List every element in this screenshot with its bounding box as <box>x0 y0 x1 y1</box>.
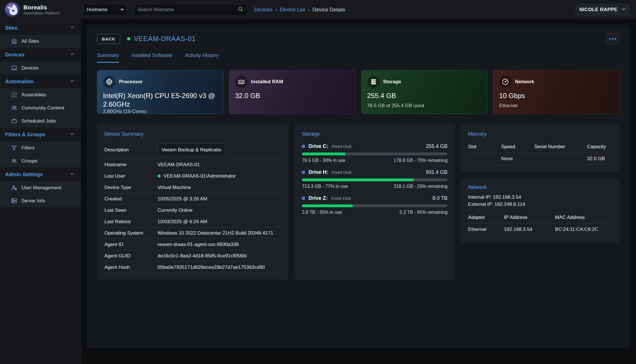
drive-remaining: 5.2 TB - 65% remaining <box>400 210 448 215</box>
table-row: Hostname VEEAM-DRAAS-01 <box>104 159 281 170</box>
back-button[interactable]: BACK <box>97 34 120 44</box>
sidebar-item-scheduled-jobs[interactable]: Scheduled Jobs <box>0 115 81 128</box>
ip-addresses: Internal IP: 192.168.3.54 External IP: 1… <box>468 194 612 208</box>
table-row: None 32.0 GB <box>468 153 612 165</box>
card-value: 32.0 GB <box>235 91 350 100</box>
drive-row: Drive H: Fixed Disk 931.4 GB 713.3 GB - … <box>302 169 447 189</box>
disk-icon <box>302 171 305 174</box>
device-summary-panel: Device Summary Description Hostname VEEA… <box>97 124 289 280</box>
tab-summary[interactable]: Summary <box>97 52 119 63</box>
memory-panel: Memory Slot Speed Serial Number Capacity… <box>461 124 619 172</box>
chevron-down-icon <box>621 7 626 13</box>
cell <box>468 156 501 162</box>
network-card: Network 10 Gbps Ethernet <box>493 70 619 114</box>
cell: Ethernet <box>468 227 504 232</box>
drive-size: 931.4 GB <box>426 169 447 175</box>
search-input[interactable] <box>138 7 237 12</box>
sites-icon <box>11 38 17 44</box>
panel-title: Device Summary <box>104 131 281 137</box>
card-subtext: 2.60GHz (16-Cores) <box>103 109 217 114</box>
table-row: Last User VEEAM-DRAAS-01\Administrator <box>104 170 281 182</box>
brand-name: Borealis <box>23 4 60 11</box>
search-icon[interactable] <box>237 6 244 13</box>
drive-name: Drive H: <box>308 169 328 175</box>
row-label: Agent ID <box>104 242 158 247</box>
cpu-icon <box>103 76 116 88</box>
sidebar-item-label: Groups <box>21 158 37 164</box>
drive-remaining: 218.1 GB - 23% remaining <box>394 184 448 189</box>
sidebar-item-server-info[interactable]: Server Info <box>0 194 81 208</box>
card-value: 255.4 GB <box>367 91 482 100</box>
user-name: NICOLE RAPPE <box>579 7 617 13</box>
sidebar-item-label: Assemblies <box>21 92 46 98</box>
card-value: Intel(R) Xeon(R) CPU E5-2690 v3 @ 2.60GH… <box>103 91 217 109</box>
sidebar-section-sites[interactable]: Sites <box>0 21 81 35</box>
sidebar-section-automation[interactable]: Automation <box>0 75 81 88</box>
column-header: MAC Address <box>555 215 612 220</box>
chevron-up-icon <box>70 25 75 31</box>
row-value: VEEAM-DRAAS-01 <box>158 162 281 168</box>
tab-activity-history[interactable]: Activity History <box>185 52 219 63</box>
sidebar-item-assemblies[interactable]: Assemblies <box>0 88 81 101</box>
sidebar-item-user-management[interactable]: User Management <box>0 181 81 194</box>
panel-title: Network <box>468 184 612 190</box>
more-actions-button[interactable] <box>606 33 619 44</box>
drive-used: 713.3 GB - 77% in use <box>302 184 348 189</box>
column-header: Capacity <box>587 144 612 150</box>
drive-used: 2.8 TB - 35% in use <box>302 210 342 215</box>
row-label: Last User <box>104 173 158 179</box>
user-menu-button[interactable]: NICOLE RAPPE <box>575 4 630 16</box>
device-summary-table: Description Hostname VEEAM-DRAAS-01 Last… <box>104 141 281 273</box>
card-label: Network <box>515 79 534 85</box>
sidebar-item-all-sites[interactable]: All Sites <box>0 35 81 48</box>
table-row: Operating System Windows 10 2022 Datacen… <box>104 227 281 239</box>
row-value: 10/03/2025 @ 6:24 AM <box>158 219 281 225</box>
sidebar-item-label: Scheduled Jobs <box>21 118 56 124</box>
column-header: Slot <box>468 144 501 150</box>
sidebar-section-filters-groups[interactable]: Filters & Groups <box>0 128 81 141</box>
chevron-up-icon <box>70 171 75 178</box>
main-area: BACK VEEAM-DRAAS-01 Summary Installed So… <box>81 19 636 364</box>
tab-installed-software[interactable]: Installed Software <box>132 52 172 63</box>
brand: Borealis Automation Platform <box>0 2 81 17</box>
sidebar-item-filters[interactable]: Filters <box>0 141 81 154</box>
topbar: Borealis Automation Platform Hostname De… <box>0 0 636 19</box>
ram-card: Installed RAM 32.0 GB <box>229 70 356 114</box>
card-subtext: 76.5 GB of 255.4 GB used <box>367 103 482 109</box>
row-value: Virtual Machine <box>158 185 281 190</box>
description-input[interactable] <box>158 143 225 156</box>
sidebar-item-groups[interactable]: Groups <box>0 154 81 168</box>
device-details-header: BACK VEEAM-DRAAS-01 <box>97 33 619 44</box>
drive-name: Drive C: <box>308 143 328 149</box>
row-label: Operating System <box>104 230 158 236</box>
hostname-filter-dropdown[interactable]: Hostname <box>83 4 128 16</box>
column-header: Speed <box>501 144 534 150</box>
online-status-dot <box>127 37 130 40</box>
internal-ip: Internal IP: 192.168.3.54 <box>468 194 612 201</box>
table-row: Agent GUID de16c0c1-8aa2-4d18-9585-9ce91… <box>104 250 281 262</box>
online-status-dot <box>158 174 161 178</box>
row-label: Description <box>104 147 158 153</box>
sidebar-item-label: Server Info <box>21 198 45 204</box>
sidebar-item-label: All Sites <box>21 38 39 44</box>
body-row: Sites All Sites Devices <box>0 19 636 364</box>
sidebar-section-devices[interactable]: Devices <box>0 48 81 62</box>
external-ip: External IP: 162.248.8.114 <box>468 201 612 208</box>
hostname-filter-value: Hostname <box>87 7 108 12</box>
breadcrumb-devices[interactable]: Devices <box>254 7 272 13</box>
drive-usage-bar <box>302 152 447 155</box>
table-row: Device Type Virtual Machine <box>104 182 281 193</box>
sidebar: Sites All Sites Devices <box>0 19 81 364</box>
brand-subtitle: Automation Platform <box>23 11 60 15</box>
sidebar-item-devices[interactable]: Devices <box>0 62 81 75</box>
drive-used: 76.5 GB - 30% in use <box>302 158 345 163</box>
breadcrumb-device-list[interactable]: Device List <box>280 7 305 13</box>
sidebar-section-label: Filters & Groups <box>5 132 45 138</box>
chevron-up-icon <box>70 78 75 85</box>
drive-type: Fixed Disk <box>332 144 352 149</box>
sidebar-section-label: Sites <box>5 25 17 31</box>
sidebar-item-community-content[interactable]: Community Content <box>0 101 81 115</box>
drive-type: Fixed Disk <box>331 196 351 201</box>
disk-icon <box>302 145 305 148</box>
sidebar-section-admin-settings[interactable]: Admin Settings <box>0 168 81 181</box>
